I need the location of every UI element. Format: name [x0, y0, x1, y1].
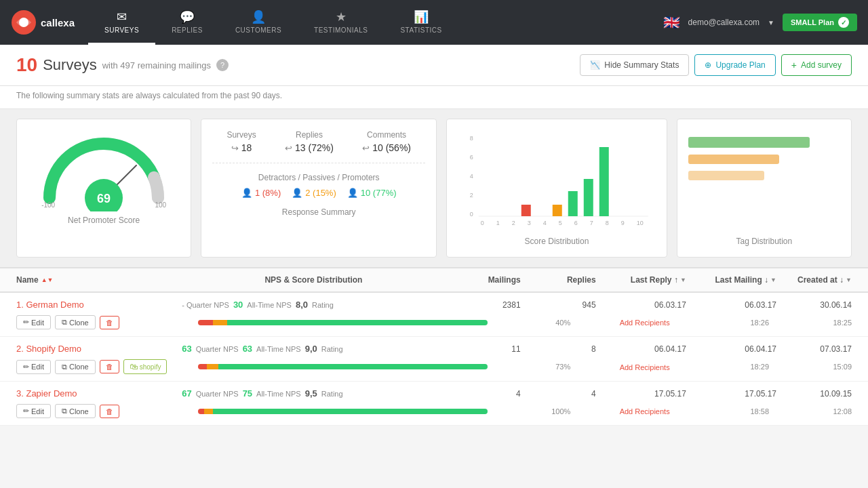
clone-btn-2[interactable]: ⧉ Clone	[55, 360, 96, 374]
plan-badge[interactable]: SMALL Plan ✓	[783, 14, 857, 31]
upgrade-icon: ⊕	[705, 60, 711, 70]
survey-name-link-2[interactable]: 2. Shopify Demo	[16, 344, 81, 354]
lastreply-val-3: 17.05.17	[596, 389, 686, 399]
score-bar-col-3	[198, 409, 488, 414]
user-email[interactable]: demo@callexa.com	[688, 18, 760, 27]
score-chart: 8 6 4 2 0 0 1 2	[458, 130, 656, 234]
score-bar-1	[198, 320, 488, 325]
tag-bars	[688, 130, 840, 187]
delete-btn-2[interactable]: 🗑	[100, 360, 119, 373]
clone-btn-3[interactable]: ⧉ Clone	[55, 404, 96, 418]
delete-btn-1[interactable]: 🗑	[100, 316, 119, 329]
nav-item-customers[interactable]: 👤 CUSTOMERS	[219, 0, 298, 45]
col-header-created[interactable]: Created at ↓ ▼	[776, 275, 852, 285]
edit-btn-2[interactable]: ✏ Edit	[16, 360, 51, 374]
rating-val-2: 9,0	[305, 344, 317, 354]
survey-name-col-3: 3. Zapier Demo	[16, 388, 182, 399]
survey-nps-area-3: 67 Quarter NPS 75 All-Time NPS 9,5 Ratin…	[182, 388, 445, 399]
svg-text:10: 10	[637, 220, 644, 226]
add-recipients-link-1[interactable]: Add Recipients	[620, 319, 670, 327]
delete-icon: 🗑	[106, 319, 113, 327]
nav-item-statistics[interactable]: 📊 STATISTICS	[384, 0, 458, 45]
survey-nps-area-2: 63 Quarter NPS 63 All-Time NPS 9,0 Ratin…	[182, 344, 445, 354]
svg-text:5: 5	[559, 220, 562, 226]
created-val-2: 07.03.17	[776, 344, 852, 354]
nav-item-testimonials[interactable]: ★ TESTIMONIALS	[298, 0, 384, 45]
svg-text:0: 0	[470, 211, 473, 218]
summary-text: The following summary stats are always c…	[16, 91, 282, 100]
add-survey-btn[interactable]: + Add survey	[781, 54, 852, 76]
nav-item-surveys[interactable]: ✉ SURVEYS	[88, 0, 155, 45]
replies-pct-3: 100%	[488, 407, 570, 415]
hide-stats-btn[interactable]: 📉 Hide Summary Stats	[580, 54, 689, 76]
shopify-btn-2[interactable]: 🛍 shopify	[123, 359, 167, 374]
edit-btn-1[interactable]: ✏ Edit	[16, 315, 51, 329]
last-reply-time-2: 18:29	[670, 363, 769, 371]
clone-icon-3: ⧉	[62, 407, 67, 415]
score-bar-green-3	[213, 409, 488, 414]
add-recipients-1[interactable]: Add Recipients	[570, 319, 669, 327]
reply-icon: ↪	[231, 143, 239, 153]
survey-name-link[interactable]: 1. German Demo	[16, 300, 84, 310]
created-val-3: 10.09.15	[776, 389, 852, 399]
replies-val-3: 4	[521, 389, 596, 399]
clone-btn-1[interactable]: ⧉ Clone	[55, 315, 96, 329]
score-bar-col-1	[198, 320, 488, 325]
surveys-count: 10	[16, 54, 37, 76]
passives-value: 👤 2 (15%)	[292, 188, 336, 198]
add-recipients-2[interactable]: Add Recipients	[570, 362, 669, 372]
gauge-container: 69 -100 100	[36, 130, 172, 211]
svg-text:6: 6	[574, 220, 578, 226]
plan-icon: ✓	[838, 17, 849, 28]
logo-area[interactable]: callexa	[0, 0, 88, 45]
page-header: 10 Surveys with 497 remaining mailings ?…	[0, 45, 868, 86]
tag-dist-card: Tag Distribution	[677, 119, 852, 258]
actions-col-3: ✏ Edit ⧉ Clone 🗑	[16, 404, 198, 418]
nav-item-replies[interactable]: 💬 REPLIES	[155, 0, 219, 45]
promoter-icon: 👤	[347, 188, 358, 198]
score-bar-orange-1	[213, 320, 227, 325]
quarter-nps-val-2: 63	[182, 344, 191, 354]
survey-row-bottom-3: ✏ Edit ⧉ Clone 🗑 100%	[16, 404, 852, 418]
svg-text:9: 9	[621, 220, 625, 226]
svg-text:1: 1	[496, 220, 500, 226]
edit-btn-3[interactable]: ✏ Edit	[16, 404, 51, 418]
flag-icon: 🇬🇧	[663, 14, 680, 30]
survey-row-top: 1. German Demo - Quarter NPS 30 All-Time…	[16, 300, 852, 310]
score-bar-red-2	[198, 364, 207, 369]
response-top: Surveys ↪ 18 Replies ↩ 13 (72%) Comments…	[212, 130, 425, 163]
alltime-nps-label-2: All-Time NPS	[256, 345, 301, 353]
response-summary-label: Response Summary	[282, 207, 356, 217]
svg-text:3: 3	[528, 220, 531, 226]
delete-btn-3[interactable]: 🗑	[100, 405, 119, 418]
add-recipients-link-2[interactable]: Add Recipients	[620, 363, 670, 371]
score-bar-2	[198, 364, 488, 369]
svg-text:6: 6	[470, 154, 473, 161]
upgrade-plan-btn[interactable]: ⊕ Upgrade Plan	[694, 54, 775, 76]
edit-icon-3: ✏	[23, 407, 29, 415]
svg-rect-11	[521, 205, 531, 216]
svg-text:8: 8	[606, 220, 609, 226]
shopify-icon: 🛍	[130, 362, 138, 371]
replies-icon: ↩	[285, 143, 292, 153]
clone-icon: ⧉	[62, 318, 67, 327]
col-header-lastreply[interactable]: Last Reply ↑ ▼	[596, 275, 686, 285]
gauge-min-label: -100	[41, 201, 55, 209]
col-header-lastmailing[interactable]: Last Mailing ↓ ▼	[686, 275, 776, 285]
survey-name-link-3[interactable]: 3. Zapier Demo	[16, 388, 77, 399]
testimonials-icon: ★	[336, 9, 347, 24]
promoters-value: 👤 10 (77%)	[347, 188, 397, 198]
surveys-stat-value: 18	[241, 142, 252, 153]
comments-icon: ↩	[362, 143, 370, 153]
quarter-nps-val-3: 67	[182, 388, 191, 399]
col-header-nps: NPS & Score Distribution	[182, 275, 445, 285]
replies-pct-1: 40%	[488, 319, 570, 327]
svg-text:69: 69	[97, 192, 111, 205]
help-icon[interactable]: ?	[216, 59, 229, 71]
col-header-name[interactable]: Name ▲▼	[16, 275, 182, 285]
add-recipients-3[interactable]: Add Recipients	[570, 406, 669, 416]
sort-lastreply-icon: ▼	[680, 277, 686, 283]
add-recipients-link-3[interactable]: Add Recipients	[620, 407, 670, 415]
replies-stat: Replies ↩ 13 (72%)	[285, 130, 334, 153]
replies-stat-label: Replies	[296, 130, 323, 140]
